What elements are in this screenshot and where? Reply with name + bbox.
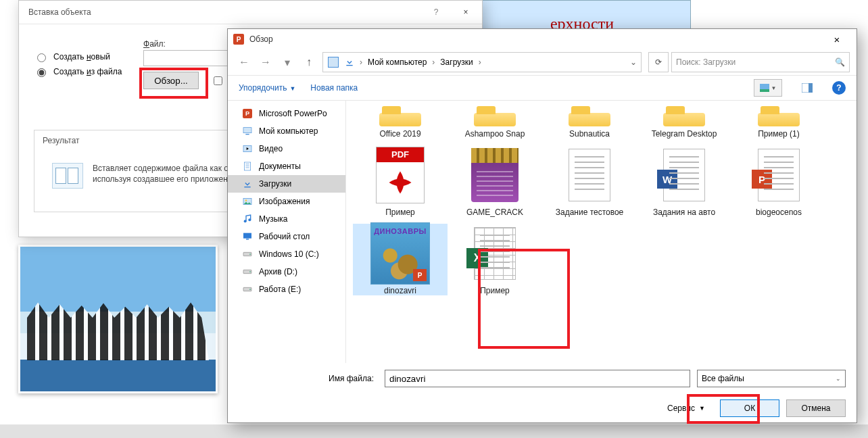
nav-up-button[interactable]: ↑ [299,53,318,72]
file-label: Subnautica [569,129,610,139]
computer-icon [326,55,341,70]
file-item[interactable]: Пример (1) [731,103,826,139]
browse-main: PMicrosoft PowerPoМой компьютерВидеоДоку… [228,101,857,363]
search-placeholder: Поиск: Загрузки [676,57,736,67]
file-item[interactable]: PDFПример [353,145,448,217]
breadcrumb-root[interactable]: Мой компьютер [365,57,429,67]
organize-button[interactable]: Упорядочить▼ [239,83,295,93]
tree-item-drive[interactable]: Архив (D:) [228,263,345,281]
file-item[interactable]: WЗадания на авто [637,145,731,217]
tree-item-label: Изображения [259,197,310,206]
svg-rect-5 [243,128,251,133]
svg-rect-2 [760,89,769,92]
svg-rect-6 [245,134,249,135]
create-new-label: Создать новый [53,52,110,62]
svg-point-12 [244,220,247,222]
drive-icon [241,283,254,295]
chevron-down-icon: ⌄ [836,375,841,382]
breadcrumb-chevron[interactable]: › [357,57,365,67]
refresh-button[interactable]: ⟳ [648,52,669,72]
nav-forward-button[interactable]: → [256,53,275,72]
file-item[interactable]: Office 2019 [353,103,448,139]
file-item[interactable]: GAME_CRACK [448,145,542,217]
images-icon [241,195,254,208]
tree-item-drive[interactable]: Работа (E:) [228,281,345,298]
svg-rect-8 [244,162,250,170]
file-label: Telegram Desktop [652,129,717,139]
tree-item-label: Работа (E:) [259,285,301,294]
breadcrumb-chevron[interactable]: › [476,57,484,67]
browse-titlebar: P Обзор × [228,29,857,49]
tree-item-label: Загрузки [259,179,291,189]
dialog-title: Вставка объекта [28,7,91,17]
file-label: Пример [385,208,415,217]
drive-icon [241,266,254,278]
file-label: Файл: [143,39,166,49]
file-label: Пример [480,286,510,295]
tree-item-powerpoint[interactable]: PMicrosoft PowerPo [228,105,345,122]
svg-point-21 [249,289,251,290]
view-mode-button[interactable]: ▼ [754,79,782,97]
file-item[interactable]: Pbiogeocenos [731,145,826,217]
tree-item-label: Архив (D:) [259,267,297,276]
file-label: Задания на авто [653,208,715,217]
filename-input[interactable] [385,370,690,387]
help-button[interactable]: ? [832,81,846,95]
tree-item-music[interactable]: Музыка [228,210,345,228]
tree-item-drive[interactable]: Windows 10 (C:) [228,245,345,263]
penguin-image [18,245,218,393]
create-from-file-label: Создать из файла [53,67,122,76]
filename-label: Имя файла: [239,374,378,383]
breadcrumb-folder[interactable]: Загрузки [437,57,475,67]
help-button[interactable]: ? [423,1,450,24]
browse-dialog: P Обзор × ← → ▾ ↑ › Мой компьютер › Загр… [227,28,857,423]
file-item[interactable]: ДИНОЗАВРЫPdinozavri [353,224,448,295]
breadcrumb[interactable]: › Мой компьютер › Загрузки › ⌄ [322,52,642,72]
svg-point-11 [245,199,247,201]
search-icon: 🔍 [835,57,845,67]
search-input[interactable]: Поиск: Загрузки 🔍 [671,52,850,72]
file-type-filter[interactable]: Все файлы ⌄ [697,370,846,387]
browse-close-button[interactable]: × [823,30,851,49]
breadcrumb-chevron[interactable]: › [429,57,437,67]
file-item[interactable]: Telegram Desktop [637,103,731,139]
tree-item-label: Windows 10 (C:) [259,249,319,259]
nav-back-button[interactable]: ← [235,53,254,72]
tree-item-images[interactable]: Изображения [228,193,345,210]
close-button[interactable]: × [452,1,479,24]
file-item[interactable]: XПример [448,224,542,295]
create-from-file-radio-input[interactable] [37,68,46,77]
browse-button[interactable]: Обзор... [143,72,199,89]
powerpoint-icon: P [241,107,254,120]
tree-item-computer[interactable]: Мой компьютер [228,122,345,140]
tree-item-label: Мой компьютер [259,126,318,136]
service-button[interactable]: Сервис▼ [667,404,705,413]
file-label: GAME_CRACK [466,208,523,217]
nav-recent-button[interactable]: ▾ [278,53,297,72]
new-folder-button[interactable]: Новая папка [310,83,358,93]
music-icon [241,213,254,225]
tree-item-downloads[interactable]: Загрузки [228,175,345,193]
link-checkbox-input[interactable] [214,76,222,85]
computer-icon [241,125,254,137]
svg-point-13 [248,218,251,221]
dialog-titlebar: Вставка объекта ? × [19,1,482,24]
file-item[interactable]: Задание тестовое [542,145,637,217]
tree-item-label: Видео [259,144,283,153]
file-item[interactable]: Subnautica [542,103,637,139]
file-grid: Office 2019Ashampoo SnapSubnauticaTelegr… [346,101,857,363]
svg-rect-9 [244,187,250,187]
tree-item-docs[interactable]: Документы [228,157,345,175]
cancel-button[interactable]: Отмена [786,399,846,417]
tree-item-desktop[interactable]: Рабочий стол [228,228,345,245]
ok-button[interactable]: ОК [720,399,779,417]
preview-pane-button[interactable] [797,79,817,97]
breadcrumb-dropdown[interactable]: ⌄ [626,57,641,67]
tree-item-video[interactable]: Видео [228,140,345,157]
downloads-icon [342,55,357,70]
file-item[interactable]: Ashampoo Snap [448,103,542,139]
tree-item-label: Рабочий стол [259,232,310,241]
create-new-radio-input[interactable] [37,53,46,62]
browse-title: Обзор [249,34,273,44]
svg-rect-15 [246,239,249,239]
